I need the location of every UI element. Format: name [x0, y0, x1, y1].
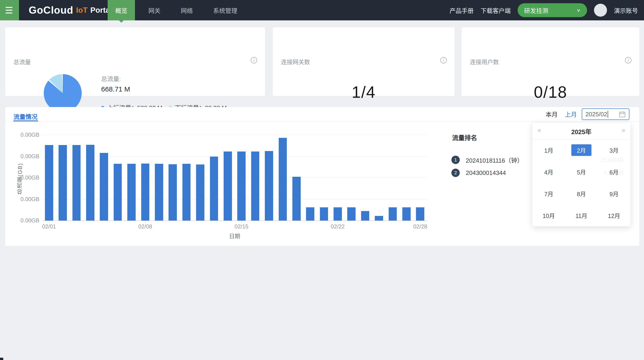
connected-users-card: 连接用户数 i 0/18 — [462, 27, 639, 96]
bar-02/28[interactable] — [416, 207, 424, 221]
month-cell-11月[interactable]: 11月 — [565, 205, 598, 226]
nav-tab-概览[interactable]: 概览 — [108, 0, 135, 20]
bar-02/11[interactable] — [182, 164, 191, 221]
month-cell-1月[interactable]: 1月 — [532, 139, 565, 161]
x-tick-mark — [420, 221, 420, 223]
bar-slot-02/11 — [180, 135, 193, 221]
this-month-button[interactable]: 本月 — [546, 110, 558, 118]
account-name[interactable]: 演示账号 — [614, 6, 638, 15]
card-title: 连接用户数 — [470, 58, 499, 66]
rank-badge: 1 — [452, 156, 460, 164]
month-cell-2月[interactable]: 2月 — [565, 139, 598, 161]
month-cell-6月[interactable]: 6月 — [598, 161, 630, 183]
month-cell-10月[interactable]: 10月 — [532, 205, 565, 226]
month-cell-7月[interactable]: 7月 — [532, 183, 565, 205]
ranking-device-id[interactable]: 202410181116（钟） — [466, 156, 523, 164]
month-cell-label: 6月 — [604, 166, 624, 178]
info-icon[interactable]: i — [625, 57, 632, 64]
bar-02/05[interactable] — [100, 153, 108, 221]
product-manual-link[interactable]: 产品手册 — [450, 6, 474, 15]
rank-badge: 2 — [452, 169, 460, 177]
y-tick-label: 0.00GB — [5, 174, 39, 181]
month-cell-label: 11月 — [570, 210, 593, 221]
x-tick-label: 02/01 — [42, 223, 56, 230]
bar-slot-02/25 — [372, 135, 386, 221]
bar-02/22[interactable] — [334, 207, 342, 221]
bar-02/07[interactable] — [127, 164, 136, 221]
bar-slot-02/16 — [248, 135, 262, 221]
active-tab-arrow — [119, 20, 124, 23]
x-tick-mark — [242, 221, 242, 223]
month-cell-4月[interactable]: 4月 — [532, 161, 565, 183]
navbar-right: 产品手册 下载客户端 研发挂测 ∨ 演示账号 — [450, 0, 638, 20]
month-cell-9月[interactable]: 9月 — [598, 183, 630, 205]
x-tick-label: 02/08 — [138, 223, 152, 230]
bar-02/01[interactable] — [45, 145, 53, 221]
bar-02/09[interactable] — [155, 164, 163, 221]
bar-slot-02/27 — [400, 135, 413, 221]
x-tick-mark — [49, 221, 49, 223]
bar-02/03[interactable] — [72, 145, 81, 221]
month-picker-value: 2025/02 — [586, 111, 607, 118]
month-grid: 1月2月3月4月5月6月7月8月9月10月11月12月 — [532, 139, 630, 226]
info-icon[interactable]: i — [440, 57, 447, 64]
logo-text-iot: IoT — [76, 6, 88, 15]
bar-slot-02/08 — [138, 135, 152, 221]
bar-02/02[interactable] — [58, 145, 67, 221]
ranking-device-id[interactable]: 204300014344 — [466, 169, 506, 177]
bar-02/27[interactable] — [402, 207, 411, 221]
bar-02/18[interactable] — [279, 138, 287, 221]
download-client-link[interactable]: 下载客户端 — [480, 6, 511, 15]
bar-02/23[interactable] — [347, 207, 356, 221]
bar-02/19[interactable] — [292, 177, 301, 221]
bar-02/20[interactable] — [306, 207, 314, 221]
card-title: 连接网关数 — [281, 58, 310, 66]
bar-slot-02/13 — [207, 135, 221, 221]
bar-02/16[interactable] — [251, 152, 260, 221]
panel-divider — [5, 121, 639, 122]
hamburger-menu-button[interactable] — [0, 0, 19, 20]
next-year-button[interactable]: » — [622, 127, 625, 134]
bar-slot-02/06 — [111, 135, 124, 221]
month-cell-label: 12月 — [602, 210, 626, 221]
bar-02/13[interactable] — [210, 157, 218, 221]
month-cell-12月[interactable]: 12月 — [598, 205, 630, 226]
bar-slot-02/14 — [221, 135, 234, 221]
nav-tab-网络[interactable]: 网络 — [174, 0, 200, 20]
project-selector-dropdown[interactable]: 研发挂测 ∨ — [518, 3, 587, 17]
bar-slot-02/07 — [124, 135, 138, 221]
bar-02/06[interactable] — [114, 164, 122, 221]
total-traffic-card: 总流量 i 总流量: 668.71 M 上行流量：580.32 M下行流量：88… — [5, 27, 265, 96]
bar-02/17[interactable] — [265, 151, 273, 221]
bar-02/10[interactable] — [168, 164, 177, 221]
x-tick-mark — [338, 221, 338, 223]
bar-02/21[interactable] — [320, 207, 328, 221]
tab-traffic-status[interactable]: 流量情况 — [14, 112, 38, 121]
bar-02/12[interactable] — [196, 164, 204, 221]
project-selector-value: 研发挂测 — [524, 6, 576, 15]
bar-slot-02/10 — [166, 135, 180, 221]
bar-02/26[interactable] — [389, 207, 397, 221]
y-tick-label: 0.00GB — [5, 132, 39, 138]
x-tick-label: 02/28 — [413, 223, 427, 230]
month-cell-label: 10月 — [537, 210, 560, 221]
bar-02/14[interactable] — [224, 152, 232, 221]
last-month-button[interactable]: 上月 — [565, 110, 577, 118]
bar-slot-02/26 — [386, 135, 400, 221]
nav-tab-网关[interactable]: 网关 — [142, 0, 167, 20]
avatar[interactable] — [594, 4, 607, 17]
month-picker-input[interactable]: 2025/02 — [582, 108, 630, 120]
bar-02/25[interactable] — [375, 216, 383, 221]
info-icon[interactable]: i — [251, 57, 257, 64]
bar-02/04[interactable] — [86, 145, 94, 221]
month-cell-label: 4月 — [539, 166, 559, 178]
month-cell-8月[interactable]: 8月 — [565, 183, 598, 205]
bar-02/15[interactable] — [237, 152, 246, 221]
bar-slot-02/24 — [358, 135, 372, 221]
nav-tab-系统管理[interactable]: 系统管理 — [206, 0, 244, 20]
bar-02/08[interactable] — [141, 164, 150, 221]
total-traffic-value: 668.71 M — [101, 85, 130, 93]
month-cell-3月[interactable]: 3月 — [598, 139, 630, 161]
bar-02/24[interactable] — [361, 211, 370, 221]
month-cell-5月[interactable]: 5月 — [565, 161, 598, 183]
